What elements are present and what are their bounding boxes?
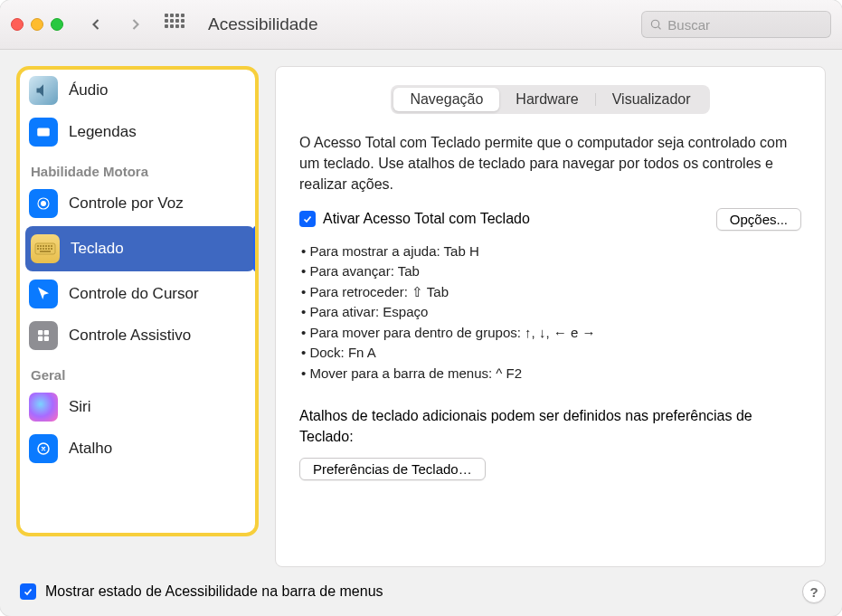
search-icon — [649, 17, 662, 32]
minimize-window-button[interactable] — [31, 18, 43, 31]
help-button[interactable]: ? — [802, 580, 826, 603]
keyboard-prefs-button[interactable]: Preferências de Teclado… — [299, 458, 486, 480]
hint-line: • Para retroceder: ⇧ Tab — [301, 282, 801, 303]
checkmark-icon — [23, 586, 33, 597]
svg-rect-13 — [40, 248, 42, 250]
speaker-icon — [29, 76, 58, 105]
sidebar-item-label: Controle por Voz — [69, 194, 184, 213]
sidebar-section-general: Geral — [20, 356, 255, 386]
switch-control-icon — [29, 321, 58, 350]
all-prefs-button[interactable] — [165, 14, 186, 35]
svg-rect-6 — [37, 245, 39, 247]
traffic-lights — [11, 18, 63, 31]
menubar-status-label: Mostrar estado de Acessibilidade na barr… — [45, 583, 383, 600]
search-field-wrap[interactable] — [641, 11, 831, 38]
svg-rect-16 — [48, 248, 50, 250]
svg-rect-20 — [44, 330, 49, 335]
sidebar-item-label: Siri — [69, 398, 91, 416]
sidebar-item-voice-control[interactable]: Controle por Voz — [20, 183, 255, 224]
svg-rect-18 — [40, 251, 51, 252]
svg-point-3 — [41, 201, 46, 206]
hint-line: • Para avançar: Tab — [301, 261, 801, 282]
svg-rect-8 — [43, 245, 44, 247]
keyboard-icon — [31, 234, 60, 263]
sidebar-item-captions[interactable]: Legendas — [20, 111, 255, 153]
hint-line: • Para mostrar a ajuda: Tab H — [301, 242, 801, 262]
svg-rect-22 — [44, 336, 49, 341]
sidebar[interactable]: Áudio Legendas Habilidade Motora Cont — [20, 70, 255, 533]
zoom-window-button[interactable] — [51, 18, 63, 31]
svg-rect-14 — [43, 248, 44, 250]
footer: Mostrar estado de Acessibilidade na barr… — [0, 574, 842, 616]
hint-line: • Para mover para dentro de grupos: ↑, ↓… — [301, 323, 801, 344]
sidebar-section-motor: Habilidade Motora — [20, 153, 255, 183]
svg-rect-21 — [38, 336, 43, 341]
titlebar: Acessibilidade — [0, 0, 842, 50]
tab-navigation[interactable]: Navegação — [393, 88, 499, 111]
sidebar-item-label: Controle Assistivo — [69, 327, 191, 345]
siri-icon — [29, 393, 58, 422]
svg-rect-7 — [40, 245, 42, 247]
voice-control-icon — [29, 189, 58, 218]
content: Áudio Legendas Habilidade Motora Cont — [0, 50, 842, 616]
forward-button[interactable] — [119, 11, 152, 38]
close-window-button[interactable] — [11, 18, 24, 31]
svg-rect-9 — [45, 245, 47, 247]
tab-viewer[interactable]: Visualizador — [596, 88, 707, 111]
back-button[interactable] — [80, 11, 112, 38]
captions-icon — [29, 118, 58, 147]
svg-point-0 — [651, 20, 658, 27]
shortcut-icon — [29, 434, 58, 463]
svg-line-1 — [658, 27, 661, 30]
sidebar-item-label: Atalho — [69, 440, 112, 458]
svg-rect-2 — [37, 128, 50, 137]
menubar-status-checkbox[interactable] — [20, 583, 36, 600]
sidebar-item-shortcut[interactable]: Atalho — [20, 428, 255, 469]
window-title: Acessibilidade — [208, 14, 317, 34]
hint-line: • Dock: Fn A — [301, 343, 801, 364]
svg-rect-10 — [48, 245, 50, 247]
sidebar-item-label: Legendas — [69, 123, 137, 141]
hint-line: • Para ativar: Espaço — [301, 302, 801, 323]
detail-panel: Navegação Hardware Visualizador O Acesso… — [275, 66, 826, 567]
sidebar-item-label: Teclado — [71, 240, 124, 258]
sidebar-item-switch-control[interactable]: Controle Assistivo — [20, 315, 255, 356]
chevron-left-icon — [87, 15, 105, 33]
enable-checkbox[interactable] — [299, 211, 316, 227]
sidebar-item-cursor-control[interactable]: Controle do Cursor — [20, 273, 255, 315]
sidebar-highlight-box: Áudio Legendas Habilidade Motora Cont — [16, 66, 259, 536]
svg-rect-15 — [45, 248, 47, 250]
cursor-icon — [29, 280, 58, 308]
sidebar-item-siri[interactable]: Siri — [20, 386, 255, 428]
svg-rect-17 — [51, 248, 52, 250]
search-input[interactable] — [667, 17, 823, 33]
shortcut-hints: • Para mostrar a ajuda: Tab H • Para ava… — [301, 242, 801, 384]
additional-shortcuts-text: Atalhos de teclado adicionais podem ser … — [299, 405, 801, 447]
hint-line: • Mover para a barra de menus: ^ F2 — [301, 364, 801, 384]
tab-selector: Navegação Hardware Visualizador — [391, 85, 709, 114]
enable-label: Ativar Acesso Total com Teclado — [323, 211, 709, 227]
feature-description: O Acesso Total com Teclado permite que o… — [299, 132, 801, 195]
chevron-right-icon — [127, 15, 145, 33]
svg-rect-12 — [37, 248, 39, 250]
main-area: Áudio Legendas Habilidade Motora Cont — [0, 50, 842, 574]
checkmark-icon — [302, 213, 313, 224]
sidebar-item-audio[interactable]: Áudio — [20, 70, 255, 111]
svg-rect-19 — [38, 330, 43, 335]
prefs-window: Acessibilidade Áudio — [0, 0, 842, 616]
selection-indicator — [253, 226, 255, 271]
svg-rect-11 — [51, 245, 52, 247]
enable-row: Ativar Acesso Total com Teclado Opções..… — [299, 208, 801, 231]
options-button[interactable]: Opções... — [716, 208, 801, 231]
sidebar-item-label: Áudio — [69, 81, 108, 100]
tab-hardware[interactable]: Hardware — [499, 88, 594, 111]
sidebar-item-keyboard[interactable]: Teclado — [25, 226, 255, 271]
sidebar-item-label: Controle do Cursor — [69, 285, 199, 303]
